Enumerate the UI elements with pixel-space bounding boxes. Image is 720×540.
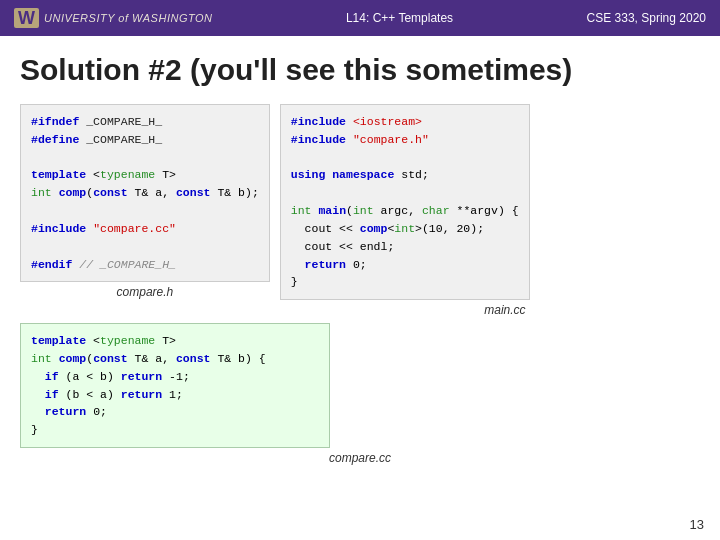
code-line: using namespace std; — [291, 166, 519, 184]
code-line: int comp(const T& a, const T& b) { — [31, 350, 319, 368]
code-line — [31, 202, 259, 220]
code-line: #define _COMPARE_H_ — [31, 131, 259, 149]
code-line: template <typename T> — [31, 332, 319, 350]
slide-title: Solution #2 (you'll see this sometimes) — [20, 52, 700, 88]
code-line: if (b < a) return 1; — [31, 386, 319, 404]
code-line — [31, 149, 259, 167]
code-line: int comp(const T& a, const T& b); — [31, 184, 259, 202]
main-cc-label: main.cc — [280, 303, 530, 317]
code-line: #include "compare.h" — [291, 131, 519, 149]
top-panels-row: #ifndef _COMPARE_H_ #define _COMPARE_H_ … — [20, 104, 700, 317]
compare-h-label: compare.h — [20, 285, 270, 299]
compare-h-panel: #ifndef _COMPARE_H_ #define _COMPARE_H_ … — [20, 104, 270, 282]
compare-cc-panel-wrapper: template <typename T> int comp(const T& … — [20, 323, 700, 465]
slide-content: Solution #2 (you'll see this sometimes) … — [0, 36, 720, 475]
code-line: cout << endl; — [291, 238, 519, 256]
compare-cc-label: compare.cc — [20, 451, 700, 465]
code-line: #endif // _COMPARE_H_ — [31, 256, 259, 274]
code-line — [291, 184, 519, 202]
code-line — [291, 149, 519, 167]
code-line: } — [291, 273, 519, 291]
code-line — [31, 238, 259, 256]
bottom-row: template <typename T> int comp(const T& … — [20, 323, 700, 465]
main-cc-panel: #include <iostream> #include "compare.h"… — [280, 104, 530, 300]
compare-cc-panel: template <typename T> int comp(const T& … — [20, 323, 330, 448]
main-cc-panel-wrapper: #include <iostream> #include "compare.h"… — [280, 104, 530, 317]
code-line: #include "compare.cc" — [31, 220, 259, 238]
page-number: 13 — [690, 517, 704, 532]
header-title: L14: C++ Templates — [346, 11, 453, 25]
header-course: CSE 333, Spring 2020 — [587, 11, 706, 25]
header-left: W UNIVERSITY of WASHINGTON — [14, 8, 212, 28]
code-line: cout << comp<int>(10, 20); — [291, 220, 519, 238]
code-line: int main(int argc, char **argv) { — [291, 202, 519, 220]
code-line: return 0; — [31, 403, 319, 421]
code-line: if (a < b) return -1; — [31, 368, 319, 386]
uw-logo-w: W — [14, 8, 39, 28]
code-line: return 0; — [291, 256, 519, 274]
code-line: #ifndef _COMPARE_H_ — [31, 113, 259, 131]
uw-logo: W UNIVERSITY of WASHINGTON — [14, 8, 212, 28]
code-line: template <typename T> — [31, 166, 259, 184]
code-line: #include <iostream> — [291, 113, 519, 131]
header: W UNIVERSITY of WASHINGTON L14: C++ Temp… — [0, 0, 720, 36]
code-line: } — [31, 421, 319, 439]
uw-logo-text: UNIVERSITY of WASHINGTON — [44, 12, 212, 24]
compare-h-panel-wrapper: #ifndef _COMPARE_H_ #define _COMPARE_H_ … — [20, 104, 270, 317]
